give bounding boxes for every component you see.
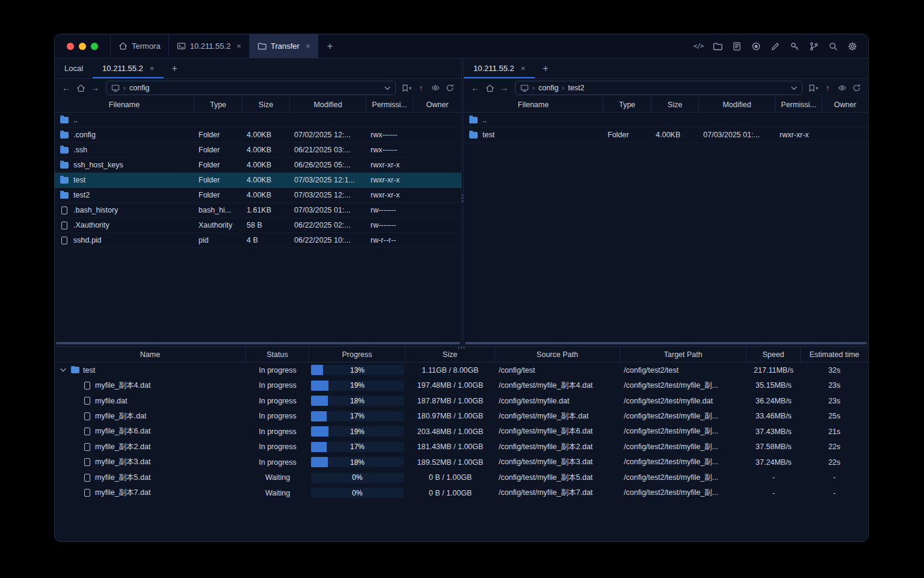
- column-header-type[interactable]: Type: [603, 97, 651, 112]
- breadcrumb-segment[interactable]: test2: [568, 84, 584, 92]
- horizontal-scrollbar[interactable]: [55, 340, 461, 346]
- transfer-row[interactable]: myfile_副本7.dat Waiting 0% 0 B / 1.00GB /…: [55, 485, 868, 501]
- path-bar[interactable]: › config › test2: [515, 81, 802, 95]
- folder-icon[interactable]: [710, 39, 725, 54]
- chevron-down-icon[interactable]: [384, 86, 390, 90]
- column-header-owner[interactable]: Owner: [822, 97, 868, 112]
- file-row[interactable]: test Folder 4.00KB 07/03/2025 01:... rwx…: [464, 128, 868, 143]
- column-header-modified[interactable]: Modified: [290, 97, 366, 112]
- bookmark-button[interactable]: ▾: [807, 81, 820, 95]
- tab-termora[interactable]: Termora: [110, 34, 168, 58]
- new-panel-tab-button[interactable]: +: [164, 58, 185, 78]
- file-row[interactable]: .config Folder 4.00KB 07/02/2025 12:... …: [55, 128, 461, 143]
- file-size: 4.00KB: [242, 131, 290, 139]
- column-header-owner[interactable]: Owner: [413, 97, 461, 112]
- new-tab-button[interactable]: +: [318, 34, 342, 58]
- close-tab-icon[interactable]: ×: [521, 64, 526, 72]
- close-tab-icon[interactable]: ×: [236, 42, 241, 50]
- column-header-progress[interactable]: Progress: [309, 347, 405, 362]
- progress-bar: 0%: [311, 473, 404, 483]
- forward-button[interactable]: →: [497, 81, 511, 95]
- crumb-separator: ›: [532, 84, 535, 92]
- column-header-name[interactable]: Name: [55, 347, 246, 362]
- column-header-target-path[interactable]: Target Path: [620, 347, 747, 362]
- settings-icon[interactable]: [845, 39, 860, 54]
- column-header-source-path[interactable]: Source Path: [495, 347, 620, 362]
- tab-transfer[interactable]: Transfer ×: [249, 34, 318, 58]
- column-header-speed[interactable]: Speed: [747, 347, 801, 362]
- column-header-type[interactable]: Type: [194, 97, 242, 112]
- close-window-button[interactable]: [67, 43, 74, 50]
- code-icon[interactable]: </>: [691, 39, 706, 54]
- file-type: bash_hi...: [194, 206, 242, 214]
- breadcrumb-segment[interactable]: config: [129, 84, 149, 92]
- forward-button[interactable]: →: [88, 81, 102, 95]
- file-row[interactable]: sshd.pid pid 4 B 06/22/2025 10:... rw-r-…: [55, 233, 461, 248]
- panel-splitter[interactable]: ⋮: [461, 58, 464, 346]
- back-button[interactable]: ←: [60, 81, 73, 95]
- scrollbar-thumb[interactable]: [465, 342, 867, 344]
- home-button[interactable]: [74, 81, 87, 95]
- transfer-row[interactable]: test In progress 13% 1.11GB / 8.00GB /co…: [55, 362, 868, 378]
- tab-host-session[interactable]: 10.211.55.2 ×: [168, 34, 249, 58]
- edit-icon[interactable]: [768, 39, 783, 54]
- panel-tab-host[interactable]: 10.211.55.2 ×: [464, 58, 535, 78]
- transfer-splitter-grip-icon[interactable]: ⋯: [457, 345, 466, 350]
- file-row[interactable]: .ssh Folder 4.00KB 06/21/2025 03:... rwx…: [55, 143, 461, 158]
- column-header-permissi[interactable]: Permissi...: [366, 97, 413, 112]
- scrollbar-thumb[interactable]: [56, 342, 460, 344]
- refresh-icon: [852, 84, 861, 92]
- refresh-button[interactable]: [443, 81, 457, 95]
- file-row[interactable]: ..: [464, 113, 868, 128]
- column-header-estimated-time[interactable]: Estimated time: [801, 347, 868, 362]
- panel-tab-host[interactable]: 10.211.55.2 ×: [93, 58, 164, 78]
- file-row[interactable]: test Folder 4.00KB 07/03/2025 12:1... rw…: [55, 173, 461, 188]
- search-icon[interactable]: [826, 39, 840, 54]
- expand-chevron-icon[interactable]: [59, 366, 67, 374]
- path-bar[interactable]: › config: [106, 81, 396, 95]
- file-row[interactable]: .bash_history bash_hi... 1.61KB 07/03/20…: [55, 203, 461, 218]
- transfer-row[interactable]: myfile.dat In progress 18% 187.87MB / 1.…: [55, 393, 868, 409]
- file-row[interactable]: test2 Folder 4.00KB 07/03/2025 12:... rw…: [55, 188, 461, 203]
- column-header-status[interactable]: Status: [246, 347, 309, 362]
- transfer-row[interactable]: myfile_副本2.dat In progress 17% 181.43MB …: [55, 440, 868, 455]
- branch-icon[interactable]: [807, 39, 821, 54]
- transfer-name: myfile_副本2.dat: [95, 442, 150, 452]
- transfer-row[interactable]: myfile_副本.dat In progress 17% 180.97MB /…: [55, 409, 868, 424]
- file-row[interactable]: ..: [55, 113, 461, 128]
- breadcrumb-segment[interactable]: config: [538, 84, 558, 92]
- close-tab-icon[interactable]: ×: [306, 42, 310, 50]
- refresh-button[interactable]: [850, 81, 863, 95]
- panel-tab-local[interactable]: Local: [55, 58, 93, 78]
- show-hidden-button[interactable]: [429, 81, 442, 95]
- zoom-window-button[interactable]: [91, 43, 98, 50]
- back-button[interactable]: ←: [469, 81, 482, 95]
- chevron-down-icon[interactable]: [791, 86, 797, 90]
- column-header-modified[interactable]: Modified: [699, 97, 775, 112]
- bookmark-button[interactable]: ▾: [400, 81, 413, 95]
- transfer-row[interactable]: myfile_副本6.dat In progress 19% 203.48MB …: [55, 424, 868, 440]
- close-tab-icon[interactable]: ×: [150, 64, 155, 72]
- key-icon[interactable]: [787, 39, 802, 54]
- upload-button[interactable]: ↑: [821, 81, 834, 95]
- column-header-filename[interactable]: Filename: [464, 97, 603, 112]
- column-header-filename[interactable]: Filename: [55, 97, 194, 112]
- home-button[interactable]: [483, 81, 496, 95]
- transfer-row[interactable]: myfile_副本3.dat In progress 18% 189.52MB …: [55, 455, 868, 470]
- column-header-size[interactable]: Size: [242, 97, 290, 112]
- column-header-size[interactable]: Size: [651, 97, 699, 112]
- horizontal-scrollbar[interactable]: [464, 340, 868, 346]
- column-header-permissi[interactable]: Permissi...: [775, 97, 822, 112]
- transfer-row[interactable]: myfile_副本4.dat In progress 19% 197.48MB …: [55, 378, 868, 394]
- upload-button[interactable]: ↑: [414, 81, 428, 95]
- log-icon[interactable]: [730, 39, 744, 54]
- column-header-size[interactable]: Size: [405, 347, 495, 362]
- transfer-row[interactable]: myfile_副本5.dat Waiting 0% 0 B / 1.00GB /…: [55, 470, 868, 486]
- show-hidden-button[interactable]: [836, 81, 849, 95]
- file-row[interactable]: .Xauthority Xauthority 58 B 06/22/2025 0…: [55, 218, 461, 233]
- file-row[interactable]: ssh_host_keys Folder 4.00KB 06/26/2025 0…: [55, 158, 461, 173]
- record-icon[interactable]: [749, 39, 763, 54]
- new-panel-tab-button[interactable]: +: [535, 58, 556, 78]
- transfer-target: /config/test2/test: [620, 366, 747, 374]
- minimize-window-button[interactable]: [79, 43, 86, 50]
